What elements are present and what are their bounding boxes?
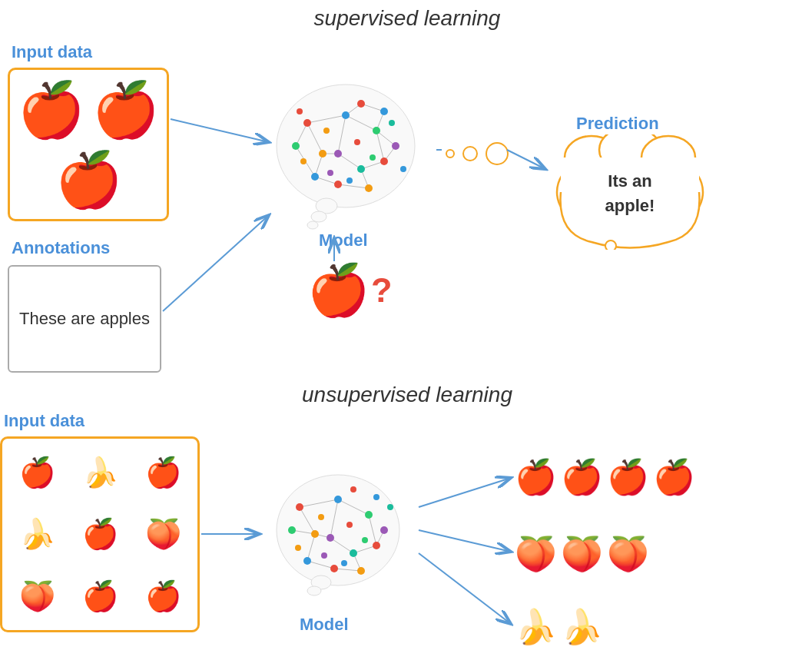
fruit-7: 🍑 — [7, 567, 67, 625]
arrow-annotation-to-model — [163, 215, 269, 311]
supervised-annotation-box: These are apples — [8, 265, 161, 373]
svg-point-37 — [323, 128, 330, 134]
arrow-input-to-model — [171, 119, 269, 142]
output-peaches-row: 🍑 🍑 🍑 — [515, 534, 649, 574]
svg-point-75 — [365, 511, 373, 519]
output-apple-1: 🍎 — [515, 457, 557, 497]
dot-small — [446, 149, 455, 158]
svg-point-82 — [357, 567, 365, 575]
svg-point-33 — [292, 142, 300, 150]
svg-point-89 — [362, 537, 368, 543]
fruit-1: 🍎 — [7, 443, 67, 502]
output-apple-3: 🍎 — [607, 457, 649, 497]
svg-point-41 — [346, 177, 353, 184]
svg-point-84 — [380, 526, 388, 534]
svg-point-23 — [303, 119, 311, 127]
svg-point-44 — [297, 108, 303, 114]
svg-point-28 — [380, 158, 388, 165]
svg-point-85 — [350, 486, 356, 493]
output-banana-2: 🍌 — [561, 607, 603, 647]
unsupervised-model-brain — [261, 457, 415, 611]
svg-point-34 — [392, 142, 399, 150]
svg-point-80 — [303, 557, 311, 565]
output-peach-3: 🍑 — [607, 534, 649, 574]
svg-point-78 — [373, 542, 380, 549]
output-apples-row: 🍎 🍎 🍎 🍎 — [515, 457, 695, 497]
svg-text:apple!: apple! — [605, 196, 655, 215]
svg-point-51 — [605, 240, 616, 250]
svg-point-86 — [373, 494, 379, 500]
svg-point-40 — [327, 170, 333, 176]
fruit-2: 🍌 — [70, 443, 130, 502]
fruit-5: 🍎 — [70, 505, 130, 563]
dot-medium — [462, 146, 478, 161]
supervised-dots — [446, 142, 509, 165]
output-apple-2: 🍎 — [561, 457, 603, 497]
svg-point-2 — [311, 211, 326, 222]
supervised-input-box: 🍎 🍎 🍎 — [8, 68, 169, 221]
output-banana-1: 🍌 — [515, 607, 557, 647]
svg-point-24 — [342, 111, 350, 119]
svg-point-83 — [288, 526, 296, 534]
supervised-model-brain — [261, 69, 430, 238]
unsupervised-input-label: Input data — [4, 411, 85, 431]
output-peach-2: 🍑 — [561, 534, 603, 574]
svg-point-36 — [380, 108, 388, 115]
unsupervised-input-box: 🍎 🍌 🍎 🍌 🍎 🍑 🍑 🍎 🍎 — [0, 436, 200, 632]
fruit-8: 🍎 — [70, 567, 130, 625]
svg-point-39 — [370, 154, 376, 161]
svg-point-3 — [307, 221, 318, 229]
svg-point-81 — [330, 565, 338, 572]
unsupervised-title: unsupervised learning — [207, 383, 607, 407]
svg-point-29 — [357, 165, 365, 173]
svg-point-25 — [373, 127, 380, 134]
svg-point-93 — [387, 504, 393, 510]
svg-point-79 — [350, 549, 357, 557]
svg-point-73 — [296, 503, 303, 511]
svg-point-74 — [334, 496, 342, 503]
output-bananas-row: 🍌 🍌 — [515, 607, 603, 647]
svg-point-45 — [400, 166, 406, 172]
svg-point-38 — [354, 139, 360, 145]
fruit-9: 🍎 — [133, 567, 193, 625]
supervised-query-apple: 🍎 ? — [307, 261, 393, 320]
supervised-annotations-label: Annotations — [12, 238, 110, 258]
supervised-title: supervised learning — [215, 6, 599, 31]
supervised-prediction-cloud: Its an apple! — [545, 134, 714, 250]
svg-point-90 — [321, 552, 327, 559]
svg-point-26 — [319, 150, 326, 158]
svg-point-32 — [365, 184, 373, 192]
arrow-model-to-peaches — [419, 530, 511, 552]
svg-point-88 — [346, 522, 353, 528]
svg-point-27 — [334, 150, 342, 158]
svg-point-76 — [311, 530, 319, 538]
svg-point-58 — [307, 586, 321, 595]
svg-point-87 — [318, 514, 324, 520]
svg-point-42 — [300, 158, 307, 164]
svg-point-43 — [389, 120, 395, 126]
annotation-text: These are apples — [19, 308, 150, 330]
arrow-model-to-bananas — [419, 553, 511, 624]
supervised-input-label: Input data — [12, 42, 92, 62]
fruit-3: 🍎 — [133, 443, 193, 502]
arrow-dots-to-prediction — [507, 150, 545, 169]
svg-text:Its an: Its an — [608, 171, 651, 191]
svg-point-30 — [311, 173, 319, 181]
svg-point-31 — [334, 181, 342, 188]
svg-point-92 — [295, 545, 301, 551]
fruit-6: 🍑 — [133, 505, 193, 563]
supervised-model-label: Model — [319, 231, 368, 250]
output-apple-4: 🍎 — [653, 457, 695, 497]
output-peach-1: 🍑 — [515, 534, 557, 574]
fruit-4: 🍌 — [7, 505, 67, 563]
svg-point-91 — [341, 560, 347, 566]
dot-large — [486, 142, 509, 165]
svg-point-35 — [357, 100, 365, 108]
supervised-prediction-label: Prediction — [576, 114, 659, 134]
arrow-model-to-apples — [419, 478, 511, 507]
svg-point-77 — [326, 534, 334, 542]
unsupervised-model-label: Model — [300, 615, 349, 635]
